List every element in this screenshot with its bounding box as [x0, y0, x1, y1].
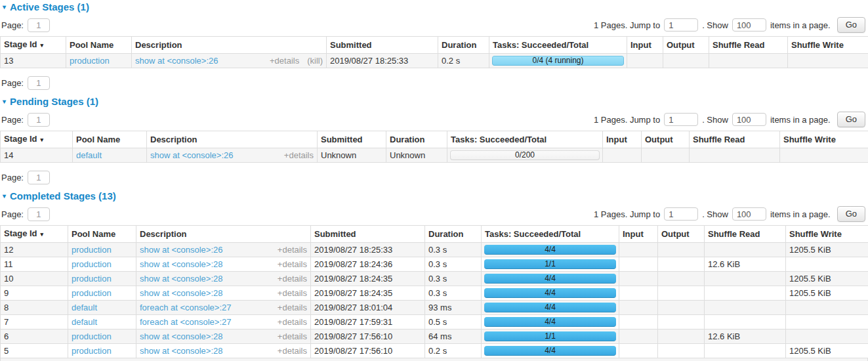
pool-name-link[interactable]: production [72, 346, 112, 356]
details-link[interactable]: +details [278, 303, 307, 312]
details-link[interactable]: +details [278, 331, 307, 341]
page-input[interactable] [28, 207, 50, 221]
details-link[interactable]: +details [278, 245, 307, 255]
description-wrap: show at <console>:28+details [140, 259, 307, 269]
details-link[interactable]: +details [278, 317, 307, 327]
description-wrap: foreach at <console>:27+details [140, 303, 307, 312]
page-input[interactable] [28, 113, 50, 127]
col-header-label: Tasks: Succeeded/Total [493, 40, 589, 50]
pool-name-link[interactable]: default [72, 303, 97, 312]
jump-to-input[interactable] [664, 207, 698, 221]
col-header-stage-id[interactable]: Stage Id▾ [1, 226, 68, 243]
col-header-tasks-succeeded-total[interactable]: Tasks: Succeeded/Total [489, 37, 627, 54]
description-link[interactable]: foreach at <console>:27 [140, 303, 270, 312]
submitted-cell: 2019/08/27 18:01:04 [311, 301, 425, 315]
description-link[interactable]: show at <console>:26 [150, 150, 276, 160]
col-header-duration[interactable]: Duration [438, 37, 489, 54]
duration-cell: Unknown [386, 148, 447, 163]
tasks-progress-bar: 4/4 [484, 274, 616, 284]
col-header-tasks-succeeded-total[interactable]: Tasks: Succeeded/Total [447, 131, 603, 148]
show-items-input[interactable] [732, 207, 766, 221]
col-header-description[interactable]: Description [136, 226, 311, 243]
page-input[interactable] [28, 171, 50, 184]
col-header-pool-name[interactable]: Pool Name [66, 37, 132, 54]
col-header-label: Output [645, 135, 673, 144]
col-header-input[interactable]: Input [619, 226, 658, 243]
table-row: 6productionshow at <console>:28+details2… [1, 329, 868, 344]
description-link[interactable]: show at <console>:28 [140, 331, 270, 341]
col-header-input[interactable]: Input [603, 131, 642, 148]
pool-name-link[interactable]: default [72, 317, 97, 327]
col-header-output[interactable]: Output [658, 226, 705, 243]
pool-name-cell: production [68, 344, 136, 358]
col-header-input[interactable]: Input [627, 37, 663, 54]
show-items-input[interactable] [732, 18, 766, 32]
col-header-tasks-succeeded-total[interactable]: Tasks: Succeeded/Total [482, 226, 619, 243]
description-link[interactable]: show at <console>:28 [140, 274, 270, 284]
go-button[interactable]: Go [837, 17, 865, 33]
active-stages-header[interactable]: ▾ Active Stages (1) [3, 1, 868, 12]
page-input[interactable] [28, 18, 50, 32]
col-header-shuffle-write[interactable]: Shuffle Write [788, 37, 868, 54]
col-header-shuffle-read[interactable]: Shuffle Read [705, 226, 786, 243]
col-header-submitted[interactable]: Submitted [318, 131, 386, 148]
pool-name-link[interactable]: production [72, 288, 112, 298]
col-header-duration[interactable]: Duration [425, 226, 482, 243]
col-header-label: Description [150, 135, 197, 144]
col-header-output[interactable]: Output [663, 37, 709, 54]
details-link[interactable]: +details [278, 274, 307, 284]
pool-name-cell: production [68, 286, 136, 301]
description-link[interactable]: foreach at <console>:27 [140, 317, 270, 327]
col-header-output[interactable]: Output [642, 131, 690, 148]
details-link[interactable]: +details [270, 56, 299, 66]
col-header-label: Shuffle Read [693, 135, 745, 144]
pool-name-link[interactable]: production [72, 331, 112, 341]
col-header-shuffle-read[interactable]: Shuffle Read [709, 37, 788, 54]
col-header-submitted[interactable]: Submitted [311, 226, 425, 243]
show-text: . Show [702, 20, 728, 30]
show-items-input[interactable] [732, 113, 766, 126]
pool-name-link[interactable]: production [72, 259, 112, 269]
submitted-cell: 2019/08/27 18:24:35 [311, 286, 425, 301]
shuffle-read-cell [705, 272, 786, 286]
pool-name-link[interactable]: production [72, 274, 112, 284]
description-wrap: show at <console>:26+details [140, 245, 307, 255]
details-link[interactable]: +details [284, 150, 314, 160]
page-input[interactable] [28, 76, 50, 90]
description-link[interactable]: show at <console>:26 [135, 56, 262, 66]
completed-stages-header[interactable]: ▾ Completed Stages (13) [3, 190, 868, 202]
col-header-pool-name[interactable]: Pool Name [73, 131, 147, 148]
description-link[interactable]: show at <console>:28 [140, 288, 270, 298]
stage-id-cell: 8 [1, 301, 68, 315]
pool-name-link[interactable]: default [76, 150, 102, 160]
col-header-shuffle-write[interactable]: Shuffle Write [780, 131, 868, 148]
jump-to-input[interactable] [664, 113, 698, 126]
col-header-description[interactable]: Description [132, 37, 327, 54]
shuffle-read-cell: 12.6 KiB [705, 329, 786, 344]
description-link[interactable]: show at <console>:26 [140, 245, 270, 255]
col-header-stage-id[interactable]: Stage Id▾ [1, 131, 73, 148]
col-header-duration[interactable]: Duration [386, 131, 447, 148]
details-link[interactable]: +details [278, 259, 307, 269]
pool-name-link[interactable]: production [70, 56, 110, 66]
section-title: Pending Stages (1) [10, 96, 98, 107]
col-header-shuffle-read[interactable]: Shuffle Read [690, 131, 780, 148]
go-button[interactable]: Go [837, 112, 865, 127]
tasks-progress-bar: 0/200 [450, 150, 600, 160]
col-header-submitted[interactable]: Submitted [327, 37, 438, 54]
go-button[interactable]: Go [837, 206, 865, 222]
col-header-label: Pool Name [72, 229, 115, 239]
details-link[interactable]: +details [278, 346, 307, 356]
kill-link[interactable]: (kill) [307, 56, 323, 66]
details-link[interactable]: +details [278, 288, 307, 298]
description-link[interactable]: show at <console>:28 [140, 346, 270, 356]
pending-stages-header[interactable]: ▾ Pending Stages (1) [3, 96, 868, 107]
jump-to-input[interactable] [664, 18, 698, 32]
col-header-description[interactable]: Description [147, 131, 318, 148]
col-header-stage-id[interactable]: Stage Id▾ [1, 37, 66, 54]
description-link[interactable]: show at <console>:28 [140, 259, 270, 269]
col-header-pool-name[interactable]: Pool Name [68, 226, 136, 243]
header-row: Stage Id▾Pool NameDescriptionSubmittedDu… [1, 131, 868, 148]
col-header-shuffle-write[interactable]: Shuffle Write [786, 226, 868, 243]
pool-name-link[interactable]: production [72, 245, 112, 255]
